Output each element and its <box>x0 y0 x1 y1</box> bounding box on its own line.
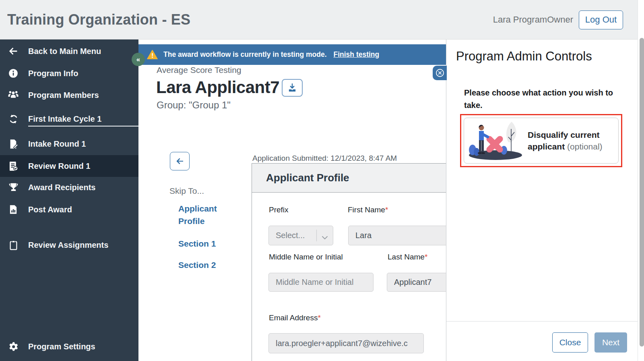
app-title: Training Organization - ES <box>7 11 190 28</box>
last-name-input[interactable] <box>387 273 446 292</box>
sidebar-item-post-award[interactable]: Post Award <box>0 199 138 220</box>
banner-message: The award workflow is currently in testi… <box>163 50 327 59</box>
middle-name-label: Middle Name or Initial <box>269 253 343 261</box>
back-arrow-icon <box>7 45 19 57</box>
sidebar-item-program-settings[interactable]: Program Settings <box>0 336 138 357</box>
cycle-arrows-icon <box>7 113 19 125</box>
skip-link-section-1[interactable]: Section 1 <box>178 237 227 250</box>
panel-close-button[interactable] <box>433 66 447 80</box>
applicant-profile-card: Applicant Profile Prefix First Name* Sel… <box>252 163 446 361</box>
back-button[interactable] <box>170 152 190 170</box>
info-circle-icon <box>7 67 19 79</box>
panel-prompt: Please choose what action you wish to ta… <box>464 87 615 112</box>
email-input[interactable] <box>268 333 424 353</box>
chevron-down-icon <box>322 233 328 242</box>
main-content: The award workflow is currently in testi… <box>138 39 446 361</box>
skip-link-section-2[interactable]: Section 2 <box>178 259 227 271</box>
disqualify-illustration <box>466 118 527 164</box>
sidebar-item-first-intake-cycle-1[interactable]: First Intake Cycle 1 <box>0 108 138 130</box>
sidebar-item-review-assignments[interactable]: Review Assignments <box>0 234 138 256</box>
prefix-label: Prefix <box>269 205 289 214</box>
scrollbar-thumb[interactable] <box>640 38 644 346</box>
sidebar-item-award-recipients[interactable]: Award Recipients <box>0 176 138 198</box>
applicant-name: Lara Applicant7 <box>156 78 279 97</box>
document-chart-icon <box>7 203 19 216</box>
people-icon <box>7 89 19 101</box>
skip-link-applicant-profile[interactable]: Applicant Profile <box>178 202 227 227</box>
sidebar-item-intake-round-1[interactable]: Intake Round 1 <box>0 133 138 155</box>
applicant-profile-card-header: Applicant Profile <box>252 164 446 193</box>
panel-footer-divider <box>446 321 638 322</box>
sidebar-nav: Back to Main Menu Program Info Program M… <box>0 39 138 361</box>
first-name-label: First Name* <box>348 205 388 214</box>
sidebar-item-program-members[interactable]: Program Members <box>0 84 138 106</box>
middle-name-input[interactable] <box>268 273 374 292</box>
program-name: Average Score Testing <box>157 65 242 75</box>
panel-title: Program Admin Controls <box>456 49 592 64</box>
sidebar-item-back-to-main-menu[interactable]: Back to Main Menu <box>0 40 138 62</box>
prefix-select[interactable]: Select... <box>268 226 333 245</box>
clipboard-icon <box>7 239 19 251</box>
page-scrollbar[interactable] <box>638 0 644 361</box>
document-pencil-icon <box>7 138 19 150</box>
warning-icon <box>147 50 158 60</box>
testing-mode-banner: The award workflow is currently in testi… <box>138 44 446 65</box>
skip-to-label: Skip To... <box>169 186 204 196</box>
user-name: Lara ProgramOwner <box>493 15 573 25</box>
finish-testing-link[interactable]: Finish testing <box>334 50 380 59</box>
document-check-icon <box>7 160 19 172</box>
gear-icon <box>7 340 19 353</box>
collapse-sidebar-button[interactable]: « <box>132 53 145 66</box>
next-button[interactable]: Next <box>594 332 627 353</box>
top-header: Training Organization - ES Lara ProgramO… <box>0 0 644 39</box>
program-admin-controls-panel: Program Admin Controls Please choose wha… <box>446 39 638 361</box>
close-button[interactable]: Close <box>552 332 588 353</box>
form-title: Applicant Profile <box>266 172 349 184</box>
download-button[interactable] <box>282 79 303 97</box>
sidebar-item-program-info[interactable]: Program Info <box>0 62 138 84</box>
logout-button[interactable]: Log Out <box>579 10 623 29</box>
disqualify-action-highlight: Disqualify current applicant (optional) <box>460 114 622 167</box>
email-label: Email Address* <box>269 313 321 322</box>
disqualify-action-card[interactable]: Disqualify current applicant (optional) <box>464 118 619 164</box>
first-name-input[interactable] <box>348 226 446 245</box>
group-label: Group: "Group 1" <box>157 100 231 111</box>
application-submitted: Application Submitted: 12/1/2023, 8:47 A… <box>252 154 397 163</box>
last-name-label: Last Name* <box>388 253 427 261</box>
sidebar-item-review-round-1[interactable]: Review Round 1 <box>0 155 138 177</box>
disqualify-action-label: Disqualify current applicant (optional) <box>528 129 614 152</box>
trophy-icon <box>7 181 19 193</box>
